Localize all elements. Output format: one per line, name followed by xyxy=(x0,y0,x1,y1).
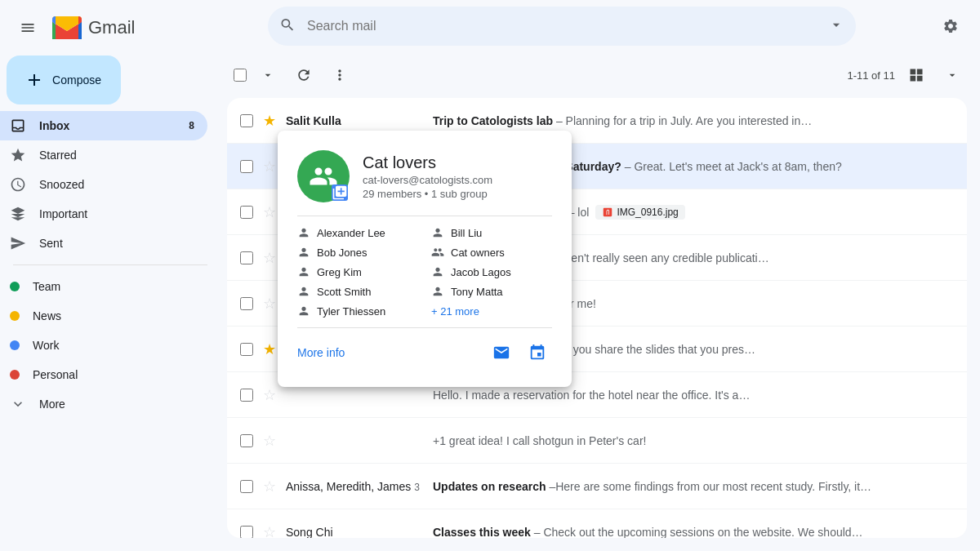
popup-footer: More info xyxy=(297,338,552,367)
star-button[interactable]: ☆ xyxy=(260,522,279,539)
more-members-button[interactable]: + 21 more xyxy=(431,304,552,318)
email-subject: Hello. I made a reservation for the hote… xyxy=(433,389,954,402)
hamburger-button[interactable] xyxy=(13,13,42,42)
member-name: Tyler Thiessen xyxy=(317,305,385,318)
email-count: 1-11 of 11 xyxy=(847,69,895,82)
more-toolbar-button[interactable] xyxy=(325,60,354,90)
snoozed-label: Snoozed xyxy=(39,178,84,191)
sidebar-item-news[interactable]: News xyxy=(0,301,207,331)
person-icon xyxy=(297,226,310,239)
email-toolbar: 1-11 of 11 xyxy=(220,52,980,98)
email-checkbox[interactable] xyxy=(240,160,253,173)
email-checkbox[interactable] xyxy=(240,389,253,402)
list-item: Jacob Lagos xyxy=(431,265,552,278)
sidebar-item-snoozed[interactable]: Snoozed xyxy=(0,170,207,199)
more-info-button[interactable]: More info xyxy=(297,346,345,359)
refresh-button[interactable] xyxy=(289,60,318,90)
star-button[interactable]: ☆ xyxy=(260,294,279,313)
email-checkbox[interactable] xyxy=(240,206,253,219)
sidebar-item-sent[interactable]: Sent xyxy=(0,229,207,258)
list-item: Tony Matta xyxy=(431,285,552,298)
important-label: Important xyxy=(39,207,87,220)
member-name: Bill Liu xyxy=(451,227,482,239)
member-name: Scott Smith xyxy=(317,286,371,298)
star-button[interactable]: ★ xyxy=(260,111,279,131)
search-dropdown-icon[interactable] xyxy=(828,17,844,36)
list-item: Cat owners xyxy=(431,246,552,259)
popup-actions xyxy=(487,338,552,367)
email-checkbox[interactable] xyxy=(240,114,253,127)
member-name: Jacob Lagos xyxy=(451,266,511,278)
star-button[interactable]: ☆ xyxy=(260,248,279,268)
list-item: Bill Liu xyxy=(431,226,552,239)
member-name: Tony Matta xyxy=(451,286,503,298)
group-badge xyxy=(332,184,348,201)
star-button[interactable]: ★ xyxy=(260,340,279,359)
table-row[interactable]: ☆ Song Chi Classes this week – Check out… xyxy=(227,509,967,538)
personal-label: Personal xyxy=(33,368,78,381)
group-avatar xyxy=(297,150,350,202)
more-label: More xyxy=(39,398,65,411)
email-subject: Updates on research –Here are some findi… xyxy=(433,480,954,493)
sent-label: Sent xyxy=(39,237,63,250)
email-checkbox[interactable] xyxy=(240,434,253,447)
schedule-meeting-button[interactable] xyxy=(523,338,552,367)
email-subject: Classes this week – Check out the upcomi… xyxy=(433,526,954,539)
star-button[interactable]: ☆ xyxy=(260,385,279,405)
split-view-button[interactable] xyxy=(902,60,931,90)
send-email-button[interactable] xyxy=(487,338,516,367)
email-checkbox[interactable] xyxy=(240,526,253,539)
member-name: Greg Kim xyxy=(317,266,362,278)
select-dropdown-button[interactable] xyxy=(253,60,283,90)
person-icon xyxy=(297,304,310,318)
contact-popup: Cat lovers cat-lovers@catologists.com 29… xyxy=(278,131,572,387)
search-input[interactable] xyxy=(268,7,856,46)
list-item: Greg Kim xyxy=(297,265,418,278)
header-right xyxy=(934,10,967,42)
gmail-wordmark: Gmail xyxy=(88,17,135,38)
list-item: Alexander Lee xyxy=(297,226,418,239)
popup-members-grid: Alexander Lee Bill Liu Bob Jones Cat own… xyxy=(297,226,552,318)
inbox-label: Inbox xyxy=(39,119,69,132)
important-icon xyxy=(10,206,26,222)
star-icon xyxy=(10,147,26,163)
team-label-dot xyxy=(10,282,20,291)
email-checkbox[interactable] xyxy=(240,343,253,356)
split-view-dropdown[interactable] xyxy=(938,60,967,90)
send-icon xyxy=(10,235,26,251)
inbox-icon xyxy=(10,118,26,134)
list-item: Bob Jones xyxy=(297,246,418,259)
compose-button[interactable]: Compose xyxy=(7,56,121,104)
sidebar-item-work[interactable]: Work xyxy=(0,331,207,360)
sidebar-item-important[interactable]: Important xyxy=(0,199,207,229)
person-icon xyxy=(431,265,444,278)
sidebar-item-personal[interactable]: Personal xyxy=(0,360,207,389)
star-button[interactable]: ☆ xyxy=(260,157,279,176)
list-item: Scott Smith xyxy=(297,285,418,298)
sidebar-item-starred[interactable]: Starred xyxy=(0,140,207,170)
list-item: Tyler Thiessen xyxy=(297,304,418,318)
gmail-logo: Gmail xyxy=(52,16,135,39)
more-members-label: + 21 more xyxy=(431,305,479,318)
email-checkbox[interactable] xyxy=(240,480,253,493)
header xyxy=(220,0,980,52)
star-button[interactable]: ☆ xyxy=(260,202,279,222)
select-all-checkbox[interactable] xyxy=(234,69,247,82)
email-sender: Song Chi xyxy=(286,526,433,539)
email-checkbox[interactable] xyxy=(240,251,253,264)
starred-label: Starred xyxy=(39,149,77,162)
sidebar-item-inbox[interactable]: Inbox 8 xyxy=(0,111,207,140)
settings-button[interactable] xyxy=(934,10,967,42)
table-row[interactable]: ☆ Anissa, Meredith, James3 Updates on re… xyxy=(227,464,967,509)
star-button[interactable]: ☆ xyxy=(260,431,279,451)
sidebar-item-more[interactable]: More xyxy=(0,389,207,419)
compose-plus-icon xyxy=(26,70,42,90)
star-button[interactable]: ☆ xyxy=(260,477,279,496)
table-row[interactable]: ☆ +1 great idea! I call shotgun in Peter… xyxy=(227,418,967,464)
person-icon xyxy=(297,285,310,298)
sidebar-item-team[interactable]: Team xyxy=(0,272,207,301)
member-name: Cat owners xyxy=(451,247,505,259)
sidebar: Gmail Compose Inbox 8 Starred xyxy=(0,0,220,551)
search-bar-container xyxy=(268,7,856,46)
email-checkbox[interactable] xyxy=(240,297,253,310)
